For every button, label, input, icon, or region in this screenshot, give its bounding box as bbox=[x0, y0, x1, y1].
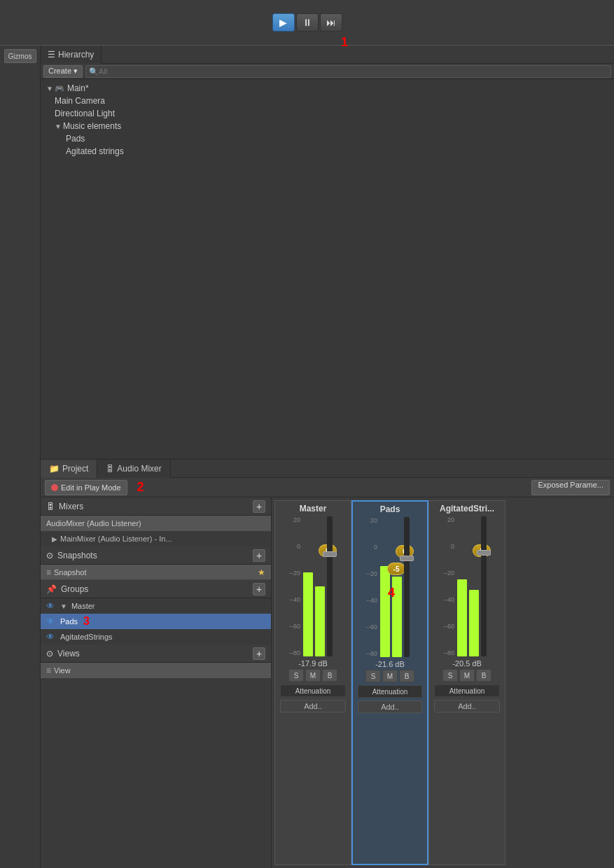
hierarchy-toolbar: Create ▾ bbox=[41, 64, 614, 79]
pause-button[interactable]: ⏸ bbox=[296, 13, 319, 32]
tab-hierarchy[interactable]: ☰ Hierarchy bbox=[41, 46, 102, 64]
b-btn-master[interactable]: B bbox=[322, 669, 337, 682]
hierarchy-tab-icon: ☰ bbox=[48, 50, 55, 60]
audio-mixer-tab-label: Audio Mixer bbox=[117, 464, 161, 474]
arrow-master: ▼ bbox=[60, 602, 67, 610]
fader-handle-pads[interactable] bbox=[400, 556, 414, 561]
create-button[interactable]: Create ▾ bbox=[43, 65, 83, 78]
snapshots-icon: ⊙ bbox=[46, 551, 53, 560]
search-input[interactable] bbox=[85, 65, 611, 78]
mixers-section-header[interactable]: 🎛 Mixers + bbox=[41, 497, 271, 516]
audio-mixer-main: 🎛 Mixers + AudioMixer (Audio Listener) ▶… bbox=[41, 497, 614, 868]
fader-rail-agit[interactable] bbox=[481, 516, 487, 656]
arrow-main-mixer: ▶ bbox=[52, 535, 57, 543]
views-add-button[interactable]: + bbox=[253, 647, 265, 660]
minus5-badge[interactable]: -5 bbox=[387, 563, 405, 575]
channel-master: Master 20 0 --20 --40 bbox=[274, 500, 351, 865]
edit-play-mode-button[interactable]: Edit in Play Mode bbox=[45, 480, 127, 495]
channel-master-name: Master bbox=[300, 504, 327, 514]
attenuation-agit[interactable]: Attenuation bbox=[434, 684, 500, 697]
fader-handle-master[interactable] bbox=[323, 551, 337, 557]
m-btn-master[interactable]: M bbox=[305, 669, 321, 682]
tree-item-agitated-strings[interactable]: Agitated strings bbox=[41, 145, 614, 158]
tree-item-directional-light[interactable]: Directional Light bbox=[41, 107, 614, 120]
add-master[interactable]: Add.. bbox=[280, 700, 346, 712]
audiomixer-label: AudioMixer (Audio Listener) bbox=[46, 519, 141, 528]
mixer-left-panel: 🎛 Mixers + AudioMixer (Audio Listener) ▶… bbox=[41, 497, 272, 868]
db-master: -17.9 dB bbox=[298, 659, 328, 668]
hierarchy-tab-label: Hierarchy bbox=[58, 50, 94, 60]
fader-handle-agit[interactable] bbox=[477, 550, 491, 556]
group-item-pads[interactable]: 👁 Pads 3 bbox=[41, 614, 271, 629]
group-item-master[interactable]: 👁 ▼ Master bbox=[41, 598, 271, 614]
scale-20-master: 20 bbox=[282, 516, 300, 523]
tree-item-pads[interactable]: Pads bbox=[41, 132, 614, 145]
hamburger-icon: ≡ bbox=[46, 567, 51, 577]
group-item-agitated-strings[interactable]: 👁 AgitatedStrings bbox=[41, 629, 271, 645]
scale-neg60-pads: --60 bbox=[359, 624, 377, 631]
snapshots-add-button[interactable]: + bbox=[253, 549, 265, 562]
fader-rail-master[interactable] bbox=[327, 516, 333, 656]
tab-project[interactable]: 📁 Project bbox=[41, 460, 97, 478]
exposed-param-button[interactable]: Exposed Parame... bbox=[531, 480, 610, 495]
scale-0-master: 0 bbox=[282, 543, 300, 550]
arrow-main: ▼ bbox=[46, 85, 53, 92]
s-btn-master[interactable]: S bbox=[288, 669, 304, 682]
gizmos-button[interactable]: Gizmos bbox=[4, 49, 36, 63]
tree-item-main[interactable]: ▼ 🎮 Main* bbox=[41, 82, 614, 95]
smb-agit: S M B bbox=[442, 669, 491, 682]
scale-20-agit: 20 bbox=[436, 516, 454, 523]
play-button[interactable]: ▶ bbox=[272, 13, 295, 32]
m-btn-pads[interactable]: M bbox=[382, 670, 398, 682]
smb-pads: S M B bbox=[365, 670, 414, 682]
fader-bar2-master bbox=[315, 586, 325, 656]
mixer-item-mainmixer[interactable]: ▶ MainMixer (Audio Listener) - In... bbox=[41, 531, 271, 546]
fader-rail-pads[interactable] bbox=[404, 517, 410, 657]
groups-add-button[interactable]: + bbox=[253, 583, 265, 595]
music-elements-label: Music elements bbox=[63, 121, 121, 131]
arrow-music: ▼ bbox=[55, 123, 62, 130]
views-section-header[interactable]: ⊙ Views + bbox=[41, 645, 271, 663]
add-agit[interactable]: Add.. bbox=[434, 700, 500, 712]
edit-play-mode-label: Edit in Play Mode bbox=[61, 483, 121, 492]
s-btn-agit[interactable]: S bbox=[442, 669, 458, 682]
snapshot-label: Snapshot bbox=[54, 568, 86, 577]
snapshots-section-header[interactable]: ⊙ Snapshots + bbox=[41, 546, 271, 565]
tree-item-main-camera[interactable]: Main Camera bbox=[41, 95, 614, 107]
db-agit: -20.5 dB bbox=[452, 659, 482, 668]
mainmixer-label: MainMixer (Audio Listener) - In... bbox=[60, 535, 172, 543]
eye-agitated-icon[interactable]: 👁 bbox=[46, 632, 57, 642]
scale-20-pads: 20 bbox=[359, 517, 377, 524]
attenuation-master[interactable]: Attenuation bbox=[280, 684, 346, 697]
mixer-item-audiomixer[interactable]: AudioMixer (Audio Listener) bbox=[41, 516, 271, 531]
panel-tabs: ☰ Hierarchy bbox=[41, 46, 614, 64]
eye-pads-icon[interactable]: 👁 bbox=[46, 616, 57, 626]
step-button[interactable]: ⏭ bbox=[320, 13, 342, 32]
scale-neg20-agit: --20 bbox=[436, 570, 454, 577]
main-label: Main* bbox=[67, 83, 89, 93]
bottom-panels: 📁 Project 🎛 Audio Mixer Edit in Play Mod… bbox=[41, 459, 614, 868]
m-btn-agit[interactable]: M bbox=[459, 669, 475, 682]
eye-master-icon[interactable]: 👁 bbox=[46, 601, 57, 611]
main-camera-label: Main Camera bbox=[55, 96, 105, 106]
tab-audio-mixer[interactable]: 🎛 Audio Mixer bbox=[97, 460, 170, 478]
b-btn-agit[interactable]: B bbox=[476, 669, 491, 682]
s-btn-pads[interactable]: S bbox=[365, 670, 381, 682]
view-item[interactable]: ≡ View bbox=[41, 663, 271, 678]
playback-controls: ▶ ⏸ ⏭ bbox=[272, 13, 342, 32]
view-label: View bbox=[54, 666, 71, 675]
scale-neg80-agit: --80 bbox=[436, 649, 454, 656]
add-pads[interactable]: Add.. bbox=[358, 701, 422, 713]
mixers-add-button[interactable]: + bbox=[253, 500, 265, 513]
scale-neg60-master: --60 bbox=[282, 623, 300, 630]
groups-section-header[interactable]: 📌 Groups + bbox=[41, 580, 271, 598]
b-btn-pads[interactable]: B bbox=[399, 670, 414, 682]
main-area: Gizmos ☰ Hierarchy Create ▾ ▼ 🎮 Main* bbox=[0, 46, 614, 868]
snapshot-item[interactable]: ≡ Snapshot ★ bbox=[41, 565, 271, 580]
mixers-icon: 🎛 bbox=[46, 502, 55, 511]
fader-bar1-pads bbox=[380, 566, 390, 657]
fader-bar1-master bbox=[303, 572, 313, 656]
tree-item-music-elements[interactable]: ▼ Music elements bbox=[41, 120, 614, 132]
attenuation-pads[interactable]: Attenuation bbox=[358, 685, 422, 698]
views-icon: ⊙ bbox=[46, 649, 53, 659]
